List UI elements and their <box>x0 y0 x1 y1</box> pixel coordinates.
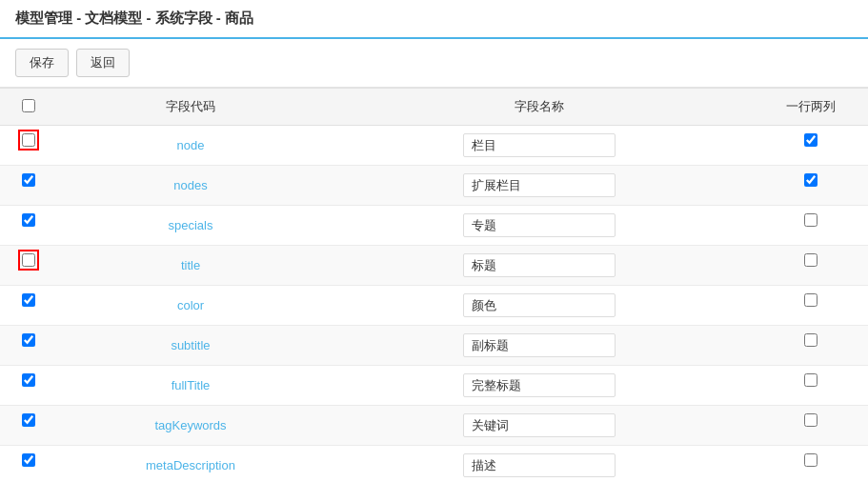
table-row: node <box>0 126 868 166</box>
row-field-name[interactable] <box>324 206 754 246</box>
row-field-name[interactable] <box>324 446 754 483</box>
row-checkbox[interactable] <box>22 453 35 467</box>
table-row: nodes <box>0 166 868 206</box>
row-field-code: title <box>57 246 324 286</box>
row-checkbox-cell <box>0 366 57 394</box>
row-field-name[interactable] <box>324 286 754 326</box>
row-field-name[interactable] <box>324 166 754 206</box>
field-name-input[interactable] <box>463 213 616 237</box>
row-checkbox-cell <box>0 326 57 354</box>
row-two-col-checkbox-cell <box>754 126 868 154</box>
row-field-code: specials <box>57 206 324 246</box>
table-row: color <box>0 286 868 326</box>
field-name-input[interactable] <box>463 453 616 477</box>
table-row: tagKeywords <box>0 406 868 446</box>
page-title: 模型管理 - 文档模型 - 系统字段 - 商品 <box>0 0 868 39</box>
row-checkbox[interactable] <box>22 373 35 387</box>
col-header-checkbox[interactable] <box>0 89 57 126</box>
row-checkbox-cell <box>0 126 57 154</box>
row-checkbox[interactable] <box>22 173 35 187</box>
field-name-input[interactable] <box>463 253 616 277</box>
two-col-checkbox[interactable] <box>804 173 818 187</box>
row-field-name[interactable] <box>324 326 754 366</box>
row-checkbox[interactable] <box>22 213 35 227</box>
table-row: specials <box>0 206 868 246</box>
table-row: title <box>0 246 868 286</box>
col-header-two-col: 一行两列 <box>754 89 868 126</box>
fields-table-wrap: 字段代码 字段名称 一行两列 nodenodesspecialstitlecol… <box>0 88 868 482</box>
select-all-checkbox[interactable] <box>22 99 35 112</box>
row-field-code: nodes <box>57 166 324 206</box>
back-button[interactable]: 返回 <box>76 49 130 77</box>
two-col-checkbox[interactable] <box>804 333 818 347</box>
row-two-col-checkbox-cell <box>754 246 868 274</box>
row-checkbox[interactable] <box>22 333 35 347</box>
field-name-input[interactable] <box>463 293 616 317</box>
row-field-code: fullTitle <box>57 366 324 406</box>
field-name-input[interactable] <box>463 413 616 437</box>
two-col-checkbox[interactable] <box>804 413 818 427</box>
row-field-code: tagKeywords <box>57 406 324 446</box>
row-two-col-checkbox-cell <box>754 166 868 194</box>
field-name-input[interactable] <box>463 373 616 397</box>
two-col-checkbox[interactable] <box>804 133 818 147</box>
row-field-code: metaDescription <box>57 446 324 483</box>
field-name-input[interactable] <box>463 333 616 357</box>
row-field-name[interactable] <box>324 366 754 406</box>
row-checkbox[interactable] <box>22 293 35 307</box>
field-name-input[interactable] <box>463 173 616 197</box>
save-button[interactable]: 保存 <box>15 49 69 77</box>
row-two-col-checkbox-cell <box>754 206 868 234</box>
row-checkbox-cell <box>0 286 57 314</box>
row-checkbox-cell <box>0 406 57 434</box>
row-checkbox-cell <box>0 446 57 474</box>
fields-table: 字段代码 字段名称 一行两列 nodenodesspecialstitlecol… <box>0 88 868 482</box>
row-two-col-checkbox-cell <box>754 446 868 474</box>
row-two-col-checkbox-cell <box>754 366 868 394</box>
row-checkbox-cell <box>0 206 57 234</box>
table-row: subtitle <box>0 326 868 366</box>
table-header-row: 字段代码 字段名称 一行两列 <box>0 89 868 126</box>
row-checkbox-cell <box>0 246 57 274</box>
row-field-name[interactable] <box>324 246 754 286</box>
row-field-code: subtitle <box>57 326 324 366</box>
row-field-code: node <box>57 126 324 166</box>
two-col-checkbox[interactable] <box>804 373 818 387</box>
row-two-col-checkbox-cell <box>754 326 868 354</box>
row-checkbox[interactable] <box>22 413 35 427</box>
two-col-checkbox[interactable] <box>804 293 818 307</box>
row-field-name[interactable] <box>324 406 754 446</box>
row-field-code: color <box>57 286 324 326</box>
two-col-checkbox[interactable] <box>804 253 818 267</box>
col-header-name: 字段名称 <box>324 89 754 126</box>
row-field-name[interactable] <box>324 126 754 166</box>
row-two-col-checkbox-cell <box>754 406 868 434</box>
row-checkbox[interactable] <box>22 253 35 267</box>
toolbar: 保存 返回 <box>0 39 868 88</box>
two-col-checkbox[interactable] <box>804 453 818 467</box>
table-row: metaDescription <box>0 446 868 483</box>
row-two-col-checkbox-cell <box>754 286 868 314</box>
row-checkbox-cell <box>0 166 57 194</box>
col-header-code: 字段代码 <box>57 89 324 126</box>
table-row: fullTitle <box>0 366 868 406</box>
field-name-input[interactable] <box>463 133 616 157</box>
two-col-checkbox[interactable] <box>804 213 818 227</box>
row-checkbox[interactable] <box>22 133 35 147</box>
